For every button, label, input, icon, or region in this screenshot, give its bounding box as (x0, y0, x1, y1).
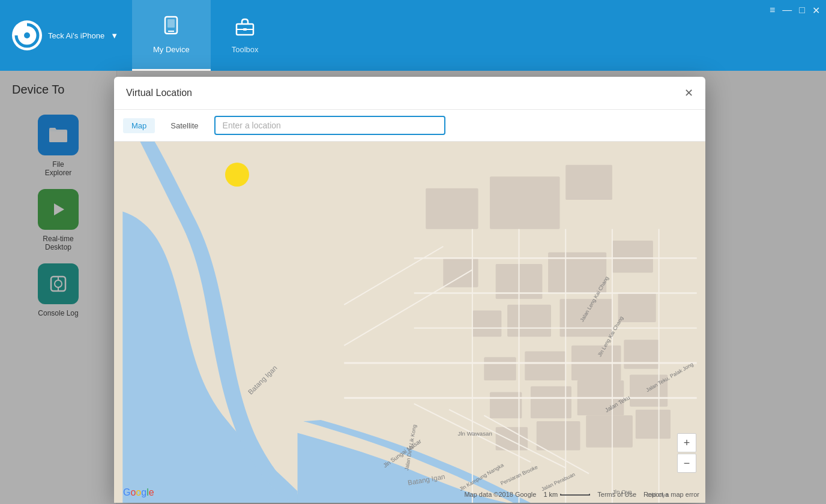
app-logo: Teck Ai's iPhone ▼ (0, 0, 132, 71)
svg-rect-23 (507, 305, 551, 337)
tab-toolbox-label: Toolbox (232, 45, 259, 54)
zoom-out-button[interactable]: − (677, 454, 696, 473)
map-tab-map[interactable]: Map (123, 118, 155, 133)
toolbox-icon (234, 16, 256, 41)
cursor-indicator (225, 163, 249, 187)
window-controls: ≡ — □ ✕ (764, 0, 826, 71)
dialog-close-button[interactable]: ✕ (684, 86, 693, 100)
virtual-location-dialog: Virtual Location ✕ Map Satellite (114, 77, 705, 503)
tab-my-device[interactable]: My Device (132, 0, 211, 71)
minimize-btn[interactable]: — (782, 5, 792, 16)
dialog-header: Virtual Location ✕ (114, 77, 705, 110)
map-bottom-info: Map data ©2018 Google 1 km Terms of Use … (186, 491, 705, 498)
zoom-in-button[interactable]: + (677, 433, 696, 452)
svg-rect-36 (586, 415, 633, 447)
device-name: Teck Ai's iPhone (48, 31, 104, 40)
maximize-btn[interactable]: □ (799, 5, 805, 16)
svg-rect-15 (426, 188, 478, 229)
svg-point-2 (24, 32, 30, 38)
menu-btn[interactable]: ≡ (770, 5, 775, 16)
dialog-title: Virtual Location (126, 88, 192, 98)
google-logo: Google (123, 487, 154, 498)
map-container[interactable]: Batang Igan Batang Igan Jln Wawasan Jln … (114, 142, 705, 503)
tab-toolbox[interactable]: Toolbox (211, 0, 280, 71)
svg-rect-26 (484, 357, 516, 380)
nav-tabs: My Device Toolbox (132, 0, 280, 71)
dialog-overlay: Virtual Location ✕ Map Satellite (0, 71, 826, 504)
app-header: Teck Ai's iPhone ▼ My Device (0, 0, 826, 71)
report-map-error[interactable]: Report a map error (644, 491, 699, 498)
svg-rect-29 (624, 340, 659, 369)
my-device-icon (160, 16, 182, 41)
svg-rect-22 (472, 311, 502, 337)
location-search-input[interactable] (214, 116, 445, 135)
zoom-controls: + − (677, 433, 696, 473)
tab-my-device-label: My Device (153, 45, 190, 54)
scale-bar (560, 494, 590, 496)
logo-icon (12, 20, 42, 50)
svg-rect-8 (243, 28, 247, 31)
svg-rect-27 (525, 352, 565, 381)
svg-rect-30 (490, 392, 522, 419)
svg-rect-35 (537, 421, 580, 451)
map-data-label: Map data ©2018 Google (464, 491, 536, 498)
map-tab-satellite[interactable]: Satellite (162, 118, 206, 133)
device-dropdown[interactable]: ▼ (110, 31, 118, 40)
svg-text:Jln Wawasan: Jln Wawasan (458, 430, 492, 437)
svg-rect-21 (612, 241, 653, 272)
svg-rect-5 (167, 19, 175, 28)
map-scale: 1 km (543, 491, 590, 498)
main-content: Device To FileExplorer Real-timeDesktop (0, 71, 826, 504)
scale-value: 1 km (543, 491, 558, 498)
svg-rect-37 (636, 410, 671, 439)
svg-rect-16 (490, 176, 560, 229)
map-toolbar: Map Satellite (114, 110, 705, 142)
map-svg: Batang Igan Batang Igan Jln Wawasan Jln … (114, 142, 705, 503)
svg-rect-17 (565, 165, 612, 200)
map-attribution: Google (123, 487, 154, 498)
terms-of-use[interactable]: Terms of Use (597, 491, 636, 498)
close-btn[interactable]: ✕ (812, 5, 820, 16)
